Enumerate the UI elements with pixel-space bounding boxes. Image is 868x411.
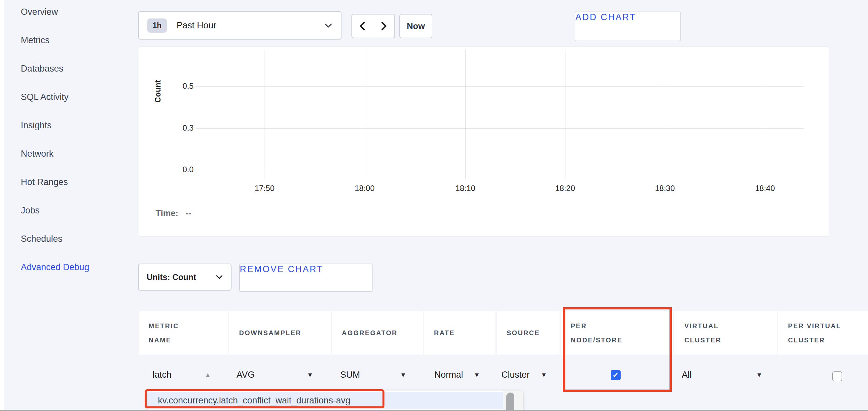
time-step-button-group [351,14,395,38]
add-chart-button[interactable]: ADD CHART [575,11,681,41]
triangle-down-icon: ▼ [400,372,406,378]
hover-time-readout: Time:-- [156,208,191,218]
gridline [196,87,804,87]
column-header-metric-name: METRIC NAME [139,311,228,354]
triangle-down-icon: ▼ [541,372,547,378]
triangle-up-icon: ▲ [205,372,211,378]
column-header-aggregator: AGGREGATOR [332,311,423,354]
per-node-store-checkbox[interactable]: ✓ [611,370,621,380]
gridline [365,50,365,179]
sidebar-item-overview[interactable]: Overview [21,6,120,18]
column-header-source: SOURCE [497,311,559,354]
sidebar-item-hot-ranges[interactable]: Hot Ranges [21,176,120,188]
gridline [665,50,665,179]
metric-name-dropdown[interactable]: latch ▲ [153,367,211,383]
source-select[interactable]: Cluster ▼ [501,367,547,383]
chart-plot-area[interactable] [138,46,829,237]
virtual-cluster-value: All [682,370,692,380]
source-value: Cluster [501,370,530,380]
per-virtual-cluster-checkbox[interactable] [832,371,842,381]
x-tick-label: 17:50 [243,184,286,193]
metric-suggestions-dropdown: kv.concurrency.latch_conflict_wait_durat… [148,390,523,411]
now-button[interactable]: Now [399,14,432,38]
next-time-button[interactable] [373,14,394,38]
column-header-rate: RATE [424,311,495,354]
gridline [196,170,804,170]
prev-time-button[interactable] [352,14,373,38]
metric-name-value: latch [153,370,172,380]
sidebar-item-insights[interactable]: Insights [21,119,120,131]
x-tick-label: 18:00 [343,184,386,193]
chevron-down-icon [216,275,223,279]
aggregator-select[interactable]: SUM ▼ [340,367,406,383]
gridline [565,50,565,179]
time-range-label: Past Hour [177,21,324,31]
metric-suggestion-item[interactable]: kv.concurrency.latch_conflict_wait_durat… [148,392,503,409]
gridline [196,128,804,129]
triangle-down-icon: ▼ [474,372,480,378]
column-header-per-node-store: PER NODE/STORE [561,311,673,354]
downsampler-select[interactable]: AVG ▼ [237,367,313,383]
chevron-left-icon [359,22,366,31]
sidebar-nav: Overview Metrics Databases SQL Activity … [21,6,120,289]
time-range-badge: 1h [147,19,167,33]
y-tick-label: 0.3 [165,123,193,133]
units-selector-label: Units: Count [147,272,196,282]
sidebar-item-schedules[interactable]: Schedules [21,233,120,245]
virtual-cluster-select[interactable]: All ▼ [682,367,762,383]
sidebar-item-jobs[interactable]: Jobs [21,205,120,216]
viewport-bottom-edge [0,410,868,411]
chevron-down-icon [324,23,332,28]
window-edge [0,0,4,411]
dropdown-scrollbar-thumb[interactable] [506,392,514,411]
rate-value: Normal [434,370,463,380]
downsampler-value: AVG [237,370,255,380]
x-tick-label: 18:30 [643,184,686,193]
dropdown-scrollbar[interactable] [503,390,523,411]
column-header-per-virtual-cluster: PER VIRTUAL CLUSTER [778,311,868,354]
hover-time-label: Time: [156,208,178,218]
remove-chart-button[interactable]: REMOVE CHART [239,264,373,292]
y-tick-label: 0.5 [165,81,193,91]
gridline [265,50,265,179]
gridline [765,50,765,179]
x-tick-label: 18:10 [444,184,487,193]
custom-chart-panel: Count 0.5 0.3 0.0 17:50 18:00 18:10 18:2… [138,46,829,237]
rate-select[interactable]: Normal ▼ [434,367,480,383]
chevron-right-icon [380,22,388,31]
x-tick-label: 18:20 [544,184,587,193]
sidebar-item-network[interactable]: Network [21,148,120,160]
sidebar-item-databases[interactable]: Databases [21,63,120,74]
triangle-down-icon: ▼ [756,372,762,378]
y-tick-label: 0.0 [165,165,193,174]
advanced-debug-custom-chart-page: Overview Metrics Databases SQL Activity … [0,0,868,411]
x-tick-label: 18:40 [743,184,786,193]
aggregator-value: SUM [340,370,360,380]
sidebar-item-advanced-debug[interactable]: Advanced Debug [21,261,120,273]
column-header-downsampler: DOWNSAMPLER [229,311,331,354]
gridline [465,50,466,179]
triangle-down-icon: ▼ [307,372,313,378]
hover-time-value: -- [186,208,191,218]
time-range-selector[interactable]: 1h Past Hour [138,11,342,40]
sidebar-item-metrics[interactable]: Metrics [21,34,120,46]
column-header-virtual-cluster: VIRTUAL CLUSTER [675,311,777,354]
sidebar-item-sql-activity[interactable]: SQL Activity [21,91,120,103]
checkmark-icon: ✓ [612,370,619,380]
units-selector[interactable]: Units: Count [138,264,231,290]
